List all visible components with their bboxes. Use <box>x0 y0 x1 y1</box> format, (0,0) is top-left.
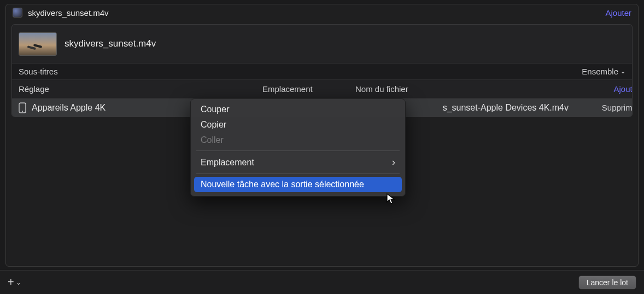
ctx-copy[interactable]: Copier <box>191 117 405 132</box>
ctx-separator <box>196 174 400 174</box>
subtitles-section: Sous-titres Ensemble ⌄ <box>12 63 632 79</box>
job-header[interactable]: skydivers_sunset.m4v <box>12 25 632 63</box>
chevron-down-icon: ⌄ <box>620 68 625 75</box>
add-source-link[interactable]: Ajouter <box>605 8 631 18</box>
video-thumbnail <box>19 32 57 56</box>
column-filename: Nom du fichier <box>355 84 579 94</box>
ensemble-dropdown[interactable]: Ensemble ⌄ <box>582 67 625 76</box>
ctx-paste: Coller <box>191 132 405 148</box>
column-headers: Réglage Emplacement Nom du fichier Ajout… <box>12 79 632 98</box>
window-titlebar: skydivers_sunset.m4v Ajouter <box>6 4 638 21</box>
ctx-location[interactable]: Emplacement <box>191 154 405 171</box>
context-menu: Couper Copier Coller Emplacement Nouvell… <box>190 99 406 197</box>
ctx-cut[interactable]: Couper <box>191 102 405 117</box>
svg-point-1 <box>22 111 23 112</box>
column-setting: Réglage <box>19 84 262 94</box>
job-filename: skydivers_sunset.m4v <box>65 38 156 49</box>
output-setting-name: Appareils Apple 4K <box>32 103 106 113</box>
file-type-icon <box>13 8 22 18</box>
add-button[interactable]: + ⌄ <box>8 276 21 289</box>
subtitles-label: Sous-titres <box>19 67 58 76</box>
launch-label: Lancer le lot <box>587 278 628 287</box>
delete-output-link[interactable]: Supprimer <box>579 103 633 112</box>
ensemble-label: Ensemble <box>582 67 618 76</box>
plus-icon: + <box>8 276 14 289</box>
launch-batch-button[interactable]: Lancer le lot <box>578 275 636 290</box>
device-icon <box>19 102 26 113</box>
ctx-new-task[interactable]: Nouvelle tâche avec la sortie sélectionn… <box>194 177 402 192</box>
ctx-separator <box>196 151 400 151</box>
column-location: Emplacement <box>262 84 355 94</box>
chevron-down-icon: ⌄ <box>16 279 21 286</box>
bottom-toolbar: + ⌄ Lancer le lot <box>0 270 644 294</box>
source-filename: skydivers_sunset.m4v <box>28 8 109 18</box>
add-output-link[interactable]: Ajouter <box>579 84 633 94</box>
